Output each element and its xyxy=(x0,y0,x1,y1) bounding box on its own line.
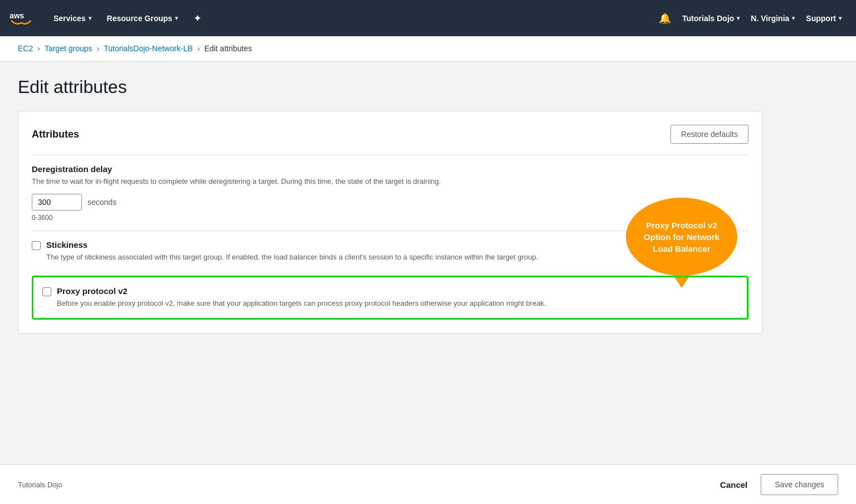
account-label: Tutorials Dojo xyxy=(682,14,734,23)
breadcrumb-target-groups[interactable]: Target groups xyxy=(45,44,93,53)
support-nav[interactable]: Support ▾ xyxy=(800,9,847,27)
account-chevron-icon: ▾ xyxy=(737,15,740,21)
proxy-protocol-checkbox[interactable] xyxy=(42,287,51,296)
main-content: Edit attributes Attributes Restore defau… xyxy=(0,61,780,389)
proxy-protocol-wrapper: Proxy Protocol v2 Option for Network Loa… xyxy=(32,276,748,320)
resource-groups-nav[interactable]: Resource Groups ▾ xyxy=(101,9,183,27)
services-label: Services xyxy=(54,14,86,23)
proxy-protocol-row: Proxy protocol v2 Before you enable prox… xyxy=(42,286,738,309)
support-label: Support xyxy=(806,14,836,23)
deregistration-description: The time to wait for in-flight requests … xyxy=(32,176,748,187)
proxy-protocol-description: Before you enable proxy protocol v2, mak… xyxy=(57,298,546,309)
save-changes-button[interactable]: Save changes xyxy=(761,474,838,495)
breadcrumb-sep-3: › xyxy=(197,44,200,53)
stickiness-content: Stickiness The type of stickiness associ… xyxy=(46,240,538,263)
aws-logo[interactable]: aws xyxy=(9,8,37,28)
bell-icon[interactable]: 🔔 xyxy=(653,8,677,29)
breadcrumb: EC2 › Target groups › TutorialsDojo-Netw… xyxy=(0,36,856,61)
footer: Tutorials Dojo Cancel Save changes xyxy=(0,464,856,504)
stickiness-label: Stickiness xyxy=(46,240,538,249)
page-title: Edit attributes xyxy=(18,77,762,97)
region-chevron-icon: ▾ xyxy=(792,15,795,21)
breadcrumb-sep-2: › xyxy=(97,44,100,53)
breadcrumb-sep-1: › xyxy=(37,44,40,53)
attributes-card: Attributes Restore defaults Deregistrati… xyxy=(18,111,762,334)
proxy-protocol-label: Proxy protocol v2 xyxy=(57,286,546,296)
breadcrumb-ec2[interactable]: EC2 xyxy=(18,44,33,53)
restore-defaults-button[interactable]: Restore defaults xyxy=(670,125,748,144)
breadcrumb-current: Edit attributes xyxy=(205,44,252,53)
support-chevron-icon: ▾ xyxy=(839,15,842,21)
resource-groups-label: Resource Groups xyxy=(107,14,172,23)
stickiness-description: The type of stickiness associated with t… xyxy=(46,252,538,263)
stickiness-checkbox[interactable] xyxy=(32,241,41,250)
region-nav[interactable]: N. Virginia ▾ xyxy=(745,9,800,27)
speech-bubble-text: Proxy Protocol v2 Option for Network Loa… xyxy=(635,219,728,255)
breadcrumb-lb-name[interactable]: TutorialsDojo-Network-LB xyxy=(104,44,193,53)
resource-groups-chevron-icon: ▾ xyxy=(175,15,178,21)
footer-brand: Tutorials Dojo xyxy=(18,481,62,489)
deregistration-unit: seconds xyxy=(87,198,116,207)
cancel-button[interactable]: Cancel xyxy=(720,480,747,490)
deregistration-input[interactable] xyxy=(32,194,82,211)
region-label: N. Virginia xyxy=(751,14,789,23)
proxy-protocol-section: Proxy protocol v2 Before you enable prox… xyxy=(32,276,748,320)
bookmark-icon[interactable]: ✦ xyxy=(188,8,207,29)
account-nav[interactable]: Tutorials Dojo ▾ xyxy=(677,9,745,27)
nav-right: 🔔 Tutorials Dojo ▾ N. Virginia ▾ Support… xyxy=(653,8,847,29)
proxy-protocol-content: Proxy protocol v2 Before you enable prox… xyxy=(57,286,546,309)
card-header: Attributes Restore defaults xyxy=(32,125,748,144)
speech-bubble: Proxy Protocol v2 Option for Network Loa… xyxy=(626,198,737,276)
card-title: Attributes xyxy=(32,129,79,140)
svg-text:aws: aws xyxy=(9,12,24,20)
navbar: aws Services ▾ Resource Groups ▾ ✦ 🔔 Tut… xyxy=(0,0,856,36)
services-chevron-icon: ▾ xyxy=(89,15,91,21)
speech-bubble-container: Proxy Protocol v2 Option for Network Loa… xyxy=(626,198,737,276)
services-nav[interactable]: Services ▾ xyxy=(48,9,97,27)
footer-actions: Cancel Save changes xyxy=(720,474,838,495)
deregistration-label: Deregistration delay xyxy=(32,164,748,174)
